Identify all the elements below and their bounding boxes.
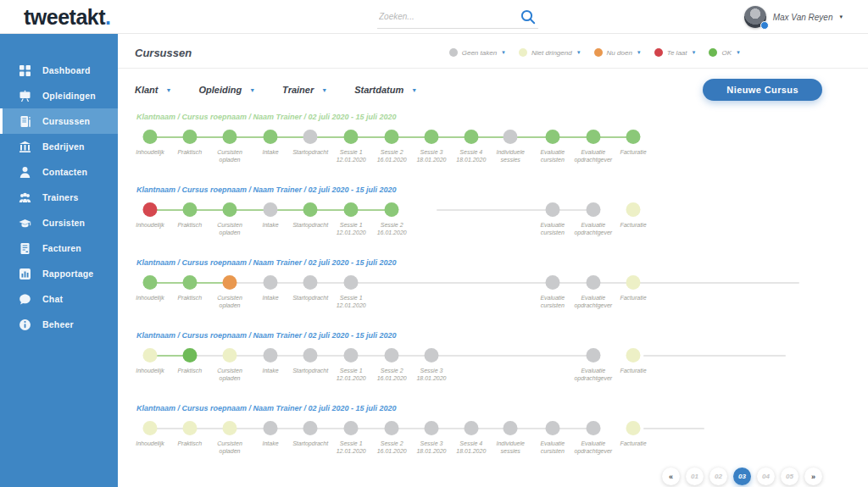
avatar[interactable]: [744, 6, 766, 28]
pagination-page-02[interactable]: 02: [709, 468, 727, 485]
task-node-sessie-1[interactable]: [344, 275, 359, 290]
sidebar-item-dashboard[interactable]: Dashboard: [0, 58, 118, 83]
task-node-sessie-1[interactable]: [344, 130, 359, 144]
task-node-evaluatie[interactable]: [586, 275, 600, 290]
sidebar-item-chat[interactable]: Chat: [0, 286, 118, 312]
course-row-header-link[interactable]: Klantnaam / Cursus roepnaam / Naam Train…: [136, 258, 396, 267]
filter-opleiding[interactable]: Opleiding ▼: [198, 85, 255, 95]
user-menu[interactable]: Max Van Reyen ▾: [744, 6, 843, 28]
sidebar-item-rapportage[interactable]: Rapportage: [0, 261, 118, 286]
sidebar-item-contacten[interactable]: Contacten: [0, 159, 118, 185]
chevron-down-icon[interactable]: ▼: [576, 50, 581, 55]
legend-ok[interactable]: OK ▼: [709, 48, 741, 57]
course-row-header-link[interactable]: Klantnaam / Cursus roepnaam / Naam Train…: [136, 404, 396, 412]
task-node-facturatie[interactable]: [626, 421, 641, 435]
task-node-evaluatie[interactable]: [586, 130, 600, 144]
sidebar-item-cursisten[interactable]: Cursisten: [0, 210, 118, 235]
filter-klant[interactable]: Klant ▼: [135, 85, 171, 95]
task-node-individuele[interactable]: [504, 130, 518, 144]
task-node-sessie-2[interactable]: [385, 348, 399, 362]
task-node-inhoudelijk[interactable]: [143, 348, 158, 362]
course-timeline: InhoudelijkPraktischCursistenopladenInta…: [135, 125, 813, 174]
task-node-startopdracht[interactable]: [303, 130, 318, 144]
task-node-startopdracht[interactable]: [303, 421, 318, 435]
course-row-header-link[interactable]: Klantnaam / Cursus roepnaam / Naam Train…: [136, 113, 396, 121]
task-node-praktisch[interactable]: [182, 348, 197, 362]
pagination-first[interactable]: «: [662, 468, 680, 485]
task-node-intake[interactable]: [264, 348, 278, 362]
legend-nu-doen[interactable]: Nu doen ▼: [594, 48, 642, 57]
task-node-sessie-3[interactable]: [425, 348, 439, 362]
task-node-intake[interactable]: [264, 275, 278, 290]
course-row-header-link[interactable]: Klantnaam / Cursus roepnaam / Naam Train…: [136, 331, 396, 340]
task-node-cursisten[interactable]: [223, 202, 237, 217]
sidebar-item-opleidingen[interactable]: Opleidingen: [0, 83, 118, 108]
task-node-sessie-2[interactable]: [385, 130, 399, 144]
task-node-evaluatie[interactable]: [545, 421, 559, 435]
task-node-sessie-4[interactable]: [464, 130, 478, 144]
legend-niet-dringend[interactable]: Niet dringend ▼: [519, 48, 581, 57]
task-node-sessie-2[interactable]: [385, 421, 399, 435]
filter-startdatum[interactable]: Startdatum ▼: [354, 85, 417, 95]
sidebar-item-bedrijven[interactable]: Bedrijven: [0, 134, 118, 159]
course-row-header-link[interactable]: Klantnaam / Cursus roepnaam / Naam Train…: [136, 185, 396, 194]
task-node-facturatie[interactable]: [626, 130, 641, 144]
task-node-startopdracht[interactable]: [303, 348, 318, 362]
new-course-button[interactable]: Nieuwe Cursus: [703, 79, 822, 101]
task-node-startopdracht[interactable]: [303, 202, 318, 217]
sidebar-item-cursussen[interactable]: Cursussen: [0, 108, 118, 134]
task-node-inhoudelijk[interactable]: [143, 130, 158, 144]
task-node-inhoudelijk[interactable]: [143, 275, 158, 290]
task-node-evaluatie[interactable]: [586, 348, 600, 362]
task-node-evaluatie[interactable]: [545, 202, 559, 217]
task-node-sessie-1[interactable]: [344, 421, 359, 435]
task-node-startopdracht[interactable]: [303, 275, 318, 290]
task-node-intake[interactable]: [264, 202, 278, 217]
pagination-page-01[interactable]: 01: [686, 468, 704, 485]
task-node-cursisten[interactable]: [223, 421, 237, 435]
sidebar-item-trainers[interactable]: Trainers: [0, 185, 118, 210]
task-node-cursisten[interactable]: [223, 348, 237, 362]
chevron-down-icon[interactable]: ▼: [501, 50, 506, 55]
task-node-sessie-1[interactable]: [344, 202, 359, 217]
chevron-down-icon[interactable]: ▾: [839, 14, 843, 20]
legend-geen-taken[interactable]: Geen taken ▼: [449, 48, 506, 57]
task-node-facturatie[interactable]: [626, 275, 641, 290]
task-node-evaluatie[interactable]: [586, 202, 600, 217]
chevron-down-icon[interactable]: ▼: [736, 50, 741, 55]
task-node-sessie-1[interactable]: [344, 348, 359, 362]
task-node-intake[interactable]: [264, 130, 278, 144]
task-node-cursisten[interactable]: [223, 130, 237, 144]
pagination-page-04[interactable]: 04: [757, 468, 775, 485]
pagination-last[interactable]: »: [804, 468, 822, 485]
search-input[interactable]: [377, 7, 504, 23]
task-node-evaluatie[interactable]: [545, 275, 559, 290]
task-node-facturatie[interactable]: [626, 202, 641, 217]
chevron-down-icon[interactable]: ▼: [637, 50, 642, 55]
task-node-praktisch[interactable]: [182, 202, 197, 217]
task-node-sessie-2[interactable]: [385, 202, 399, 217]
search-icon[interactable]: [520, 8, 537, 25]
pagination-page-03[interactable]: 03: [733, 468, 751, 485]
task-node-praktisch[interactable]: [182, 130, 197, 144]
task-node-sessie-3[interactable]: [425, 421, 439, 435]
task-node-facturatie[interactable]: [626, 348, 641, 362]
task-node-cursisten[interactable]: [223, 275, 237, 290]
task-node-individuele[interactable]: [504, 421, 518, 435]
sidebar-item-beheer[interactable]: Beheer: [0, 312, 118, 337]
easel-icon: [19, 90, 31, 102]
task-node-intake[interactable]: [264, 421, 278, 435]
task-node-evaluatie[interactable]: [586, 421, 600, 435]
legend-te-laat[interactable]: Te laat ▼: [654, 48, 697, 57]
task-node-sessie-4[interactable]: [464, 421, 478, 435]
filter-trainer[interactable]: Trainer ▼: [282, 85, 327, 95]
task-node-sessie-3[interactable]: [425, 130, 439, 144]
task-node-inhoudelijk[interactable]: [143, 202, 158, 217]
sidebar-item-facturen[interactable]: Facturen: [0, 235, 118, 261]
task-node-praktisch[interactable]: [182, 275, 197, 290]
task-node-evaluatie[interactable]: [545, 130, 559, 144]
task-node-inhoudelijk[interactable]: [143, 421, 158, 435]
pagination-page-05[interactable]: 05: [781, 468, 798, 485]
chevron-down-icon[interactable]: ▼: [692, 50, 697, 55]
task-node-praktisch[interactable]: [182, 421, 197, 435]
